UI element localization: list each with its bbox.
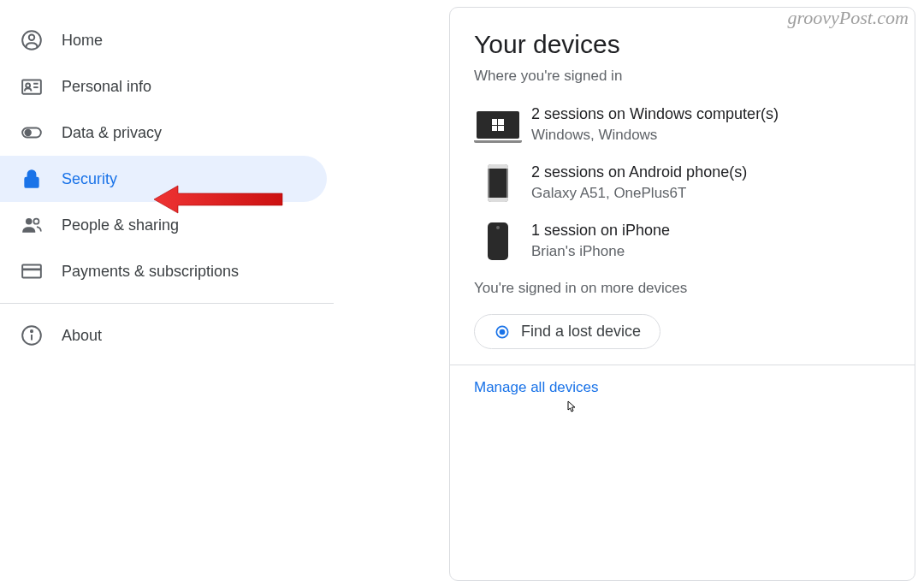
credit-card-icon <box>21 260 43 282</box>
sidebar-item-label: Home <box>62 32 103 50</box>
find-button-label: Find a lost device <box>521 323 641 341</box>
svg-point-9 <box>26 218 33 225</box>
svg-point-17 <box>500 329 505 334</box>
sidebar-item-label: Data & privacy <box>62 124 162 142</box>
sidebar-item-about[interactable]: About <box>0 312 327 359</box>
sidebar-item-label: Personal info <box>62 78 151 96</box>
device-row-windows[interactable]: 2 sessions on Windows computer(s) Window… <box>474 105 891 145</box>
sidebar-item-people-sharing[interactable]: People & sharing <box>0 202 327 248</box>
info-icon <box>21 324 43 347</box>
svg-rect-8 <box>25 178 38 187</box>
id-card-icon <box>21 75 43 98</box>
sidebar-item-home[interactable]: Home <box>0 17 327 63</box>
sidebar-item-personal-info[interactable]: Personal info <box>0 63 327 110</box>
sidebar-item-data-privacy[interactable]: Data & privacy <box>0 110 327 156</box>
more-devices-text: You're signed in on more devices <box>474 280 891 297</box>
svg-rect-11 <box>22 264 41 277</box>
sidebar-item-label: About <box>62 327 102 345</box>
sidebar-item-label: Payments & subscriptions <box>62 263 239 281</box>
your-devices-card: Your devices Where you're signed in 2 se… <box>449 7 915 581</box>
windows-laptop-icon <box>474 105 521 145</box>
device-detail: Windows, Windows <box>531 127 891 144</box>
watermark: groovyPost.com <box>787 7 909 29</box>
find-lost-device-button[interactable]: Find a lost device <box>474 314 660 349</box>
target-icon <box>494 323 511 341</box>
svg-point-1 <box>29 35 35 41</box>
sidebar-item-security[interactable]: Security <box>0 156 327 202</box>
person-circle-icon <box>21 29 43 51</box>
sidebar: Home Personal info Data & <box>0 0 334 581</box>
sidebar-item-payments[interactable]: Payments & subscriptions <box>0 248 327 294</box>
card-title: Your devices <box>474 30 891 59</box>
svg-point-10 <box>33 219 38 224</box>
device-title: 1 session on iPhone <box>531 222 891 240</box>
cursor-icon <box>563 400 578 420</box>
device-title: 2 sessions on Android phone(s) <box>531 163 891 181</box>
sidebar-item-label: Security <box>62 170 117 188</box>
svg-rect-2 <box>22 80 41 93</box>
device-title: 2 sessions on Windows computer(s) <box>531 105 891 123</box>
android-phone-icon <box>474 163 521 203</box>
sidebar-item-label: People & sharing <box>62 216 179 234</box>
people-icon <box>21 214 43 236</box>
device-detail: Brian's iPhone <box>531 243 891 260</box>
svg-point-7 <box>25 130 31 136</box>
divider <box>0 303 334 304</box>
device-row-android[interactable]: 2 sessions on Android phone(s) Galaxy A5… <box>474 163 891 203</box>
iphone-icon <box>474 222 521 261</box>
toggle-icon <box>21 122 43 144</box>
device-detail: Galaxy A51, OnePlus6T <box>531 185 891 202</box>
device-row-iphone[interactable]: 1 session on iPhone Brian's iPhone <box>474 222 891 261</box>
card-subtitle: Where you're signed in <box>474 68 891 85</box>
svg-point-3 <box>26 84 30 88</box>
manage-all-devices-link[interactable]: Manage all devices <box>474 379 599 395</box>
svg-point-15 <box>31 330 33 332</box>
lock-icon <box>21 168 43 190</box>
